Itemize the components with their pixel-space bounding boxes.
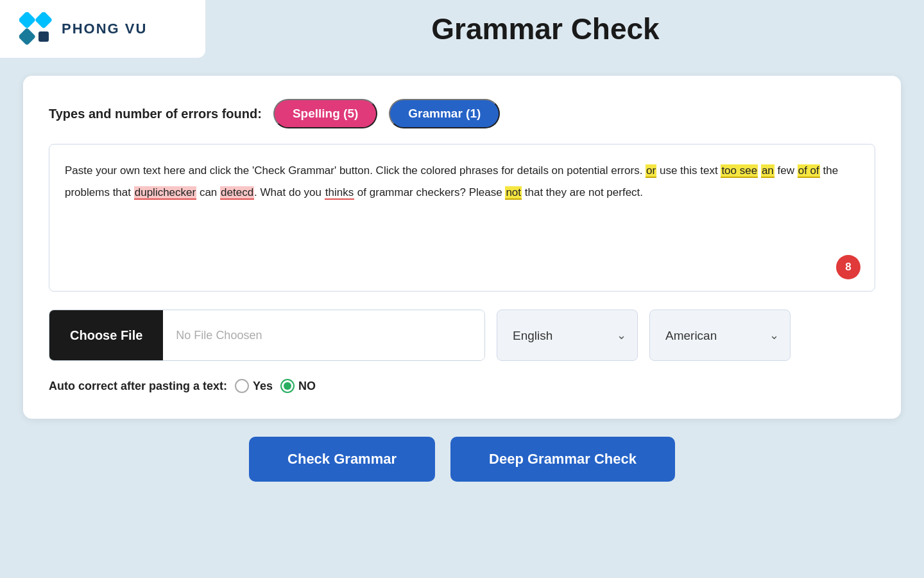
logo-box: PHONG VU bbox=[0, 0, 205, 58]
svg-rect-2 bbox=[19, 28, 36, 46]
error-word-detecd[interactable]: detecd bbox=[220, 186, 254, 200]
choose-file-button[interactable]: Choose File bbox=[49, 310, 163, 360]
autocorrect-no-radio[interactable] bbox=[280, 379, 295, 393]
error-word-or[interactable]: or bbox=[646, 164, 656, 178]
text-content[interactable]: Paste your own text here and click the '… bbox=[65, 160, 859, 204]
dialect-dropdown-wrapper: American ⌄ bbox=[649, 310, 791, 361]
autocorrect-no-label: NO bbox=[298, 380, 316, 393]
spelling-badge[interactable]: Spelling (5) bbox=[273, 99, 377, 128]
file-name-display: No File Choosen bbox=[163, 310, 484, 360]
controls-row: Choose File No File Choosen English ⌄ Am… bbox=[49, 310, 875, 361]
svg-rect-3 bbox=[38, 31, 49, 42]
error-word-of-of[interactable]: of of bbox=[798, 164, 820, 178]
svg-rect-1 bbox=[35, 12, 53, 29]
language-dropdown[interactable]: English bbox=[497, 310, 638, 361]
error-word-thinks[interactable]: thinks bbox=[325, 186, 354, 200]
autocorrect-yes-radio[interactable] bbox=[235, 379, 249, 393]
phong-vu-logo-icon bbox=[19, 12, 53, 46]
main-card: Types and number of errors found: Spelli… bbox=[23, 76, 901, 419]
error-word-an[interactable]: an bbox=[761, 164, 774, 178]
autocorrect-yes-label: Yes bbox=[253, 380, 273, 393]
check-grammar-button[interactable]: Check Grammar bbox=[249, 437, 435, 482]
error-word-duplichecker[interactable]: duplichecker bbox=[134, 186, 196, 200]
text-area-wrapper: Paste your own text here and click the '… bbox=[49, 144, 875, 292]
error-word-too[interactable]: too see bbox=[721, 164, 758, 178]
deep-grammar-check-button[interactable]: Deep Grammar Check bbox=[450, 437, 675, 482]
dialect-dropdown[interactable]: American bbox=[649, 310, 791, 361]
file-input-group: Choose File No File Choosen bbox=[49, 310, 485, 361]
logo-text: PHONG VU bbox=[62, 21, 147, 37]
error-count-bubble: 8 bbox=[836, 255, 860, 279]
error-word-not[interactable]: not bbox=[505, 186, 522, 200]
svg-rect-0 bbox=[19, 12, 36, 29]
language-dropdown-wrapper: English ⌄ bbox=[497, 310, 638, 361]
grammar-badge[interactable]: Grammar (1) bbox=[389, 99, 500, 128]
error-summary-label: Types and number of errors found: bbox=[49, 107, 262, 121]
autocorrect-no-option[interactable]: NO bbox=[280, 379, 316, 393]
autocorrect-label: Auto correct after pasting a text: bbox=[49, 380, 227, 393]
bottom-buttons: Check Grammar Deep Grammar Check bbox=[0, 437, 924, 501]
error-summary-row: Types and number of errors found: Spelli… bbox=[49, 99, 875, 128]
autocorrect-row: Auto correct after pasting a text: Yes N… bbox=[49, 379, 875, 393]
page-title: Grammar Check bbox=[205, 12, 924, 46]
autocorrect-yes-option[interactable]: Yes bbox=[235, 379, 273, 393]
